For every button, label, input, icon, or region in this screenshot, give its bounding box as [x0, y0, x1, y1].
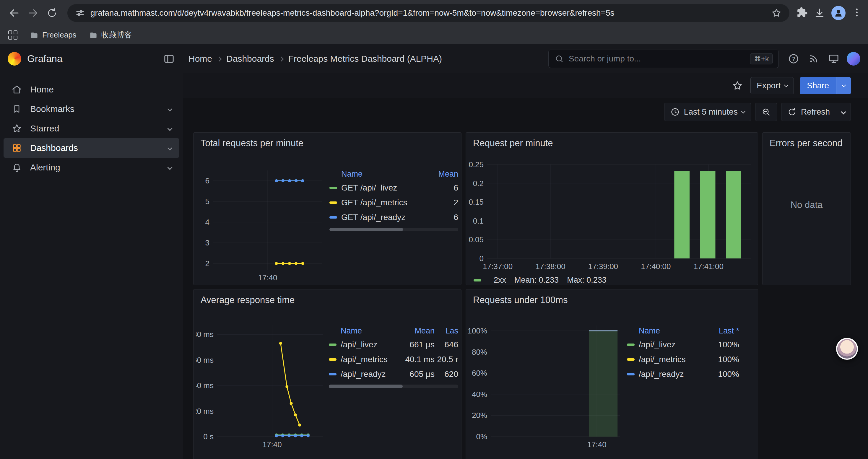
legend-col-name[interactable]: Name	[330, 169, 429, 179]
search-input[interactable]	[569, 54, 745, 64]
reload-button[interactable]	[44, 5, 60, 21]
browser-toolbar: grafana.mathmast.com/d/deytv4rwavabkb/fr…	[0, 0, 868, 26]
legend-table: Name Mean Las /api/_livez 661 µs 646 /ap…	[329, 324, 458, 388]
panel-title[interactable]: Errors per second	[763, 133, 850, 149]
downloads-icon[interactable]	[814, 7, 826, 19]
legend-col-last[interactable]: Last *	[707, 326, 739, 335]
sidebar-item-dashboards[interactable]: Dashboards	[4, 138, 179, 158]
svg-text:17:40: 17:40	[587, 440, 607, 449]
svg-text:100%: 100%	[468, 326, 487, 335]
series-name[interactable]: 2xx	[494, 275, 506, 285]
extensions-icon[interactable]	[797, 7, 808, 19]
svg-text:0 s: 0 s	[203, 432, 214, 441]
breadcrumb-current[interactable]: Freeleaps Metrics Dashboard (ALPHA)	[288, 54, 442, 64]
legend-row[interactable]: GET /api/_metrics 2	[330, 195, 458, 210]
browser-menu-icon[interactable]	[851, 7, 862, 19]
url-bar[interactable]: grafana.mathmast.com/d/deytv4rwavabkb/fr…	[67, 4, 789, 22]
search-box[interactable]: ⌘+k	[548, 50, 779, 68]
panel-request-per-minute[interactable]: Request per minute 0.250.20.150.10.05017…	[466, 132, 758, 285]
apps-grid-icon[interactable]	[8, 30, 18, 40]
grafana-logo[interactable]	[8, 52, 21, 66]
panel-title[interactable]: Total requests per minute	[193, 133, 461, 149]
chevron-down-icon[interactable]	[167, 126, 173, 131]
series-name: /api/_metrics	[639, 355, 707, 364]
time-range-picker[interactable]: Last 5 minutes	[664, 103, 751, 121]
svg-text:17:39:00: 17:39:00	[588, 262, 618, 271]
floating-assistant-avatar[interactable]	[836, 338, 858, 360]
legend-row[interactable]: /api/_readyz 100%	[627, 367, 739, 382]
bookmark-star-icon[interactable]	[771, 8, 782, 18]
no-data-message: No data	[763, 200, 850, 210]
legend-row[interactable]: GET /api/_readyz 6	[330, 210, 458, 225]
series-last: 100%	[707, 369, 739, 379]
sidebar-item-starred[interactable]: Starred	[4, 119, 179, 138]
refresh-button[interactable]: Refresh	[781, 103, 851, 121]
share-menu-caret[interactable]	[836, 77, 851, 94]
panel-requests-under-100ms[interactable]: Requests under 100ms 100%80%60%40%20%0%1…	[466, 289, 758, 459]
collapse-sidebar-icon[interactable]	[163, 53, 175, 65]
panel-average-response-time[interactable]: Average response time 80 ms60 ms40 ms20 …	[193, 289, 462, 459]
legend-table: Name Last * /api/_livez 100% /api/_metri…	[627, 324, 739, 382]
series-mean: 6	[429, 213, 458, 222]
sidebar-item-bookmarks[interactable]: Bookmarks	[4, 99, 179, 119]
grafana-brand: Grafana	[27, 53, 62, 64]
legend-col-last[interactable]: Las	[435, 326, 458, 335]
scrollbar-thumb[interactable]	[330, 228, 403, 231]
legend-scrollbar[interactable]	[329, 385, 458, 388]
series-name: /api/_readyz	[341, 369, 396, 379]
legend-scrollbar[interactable]	[330, 228, 458, 231]
news-rss-icon[interactable]	[807, 52, 821, 66]
export-button[interactable]: Export	[750, 77, 794, 94]
avg-response-chart: 80 ms60 ms40 ms20 ms0 s17:40	[196, 317, 325, 455]
svg-text:17:37:00: 17:37:00	[483, 262, 513, 271]
share-button[interactable]: Share	[800, 77, 851, 94]
series-name: /api/_readyz	[639, 369, 707, 379]
forward-button[interactable]	[25, 5, 41, 21]
share-label: Share	[800, 77, 836, 94]
panel-title[interactable]: Average response time	[193, 290, 461, 305]
legend-col-name[interactable]: Name	[627, 326, 707, 335]
panel-errors-per-second[interactable]: Errors per second No data	[762, 132, 851, 285]
svg-text:5: 5	[205, 197, 210, 206]
legend-row[interactable]: /api/_metrics 100%	[627, 352, 739, 367]
breadcrumb-home[interactable]: Home	[188, 54, 212, 64]
url-text[interactable]: grafana.mathmast.com/d/deytv4rwavabkb/fr…	[90, 8, 766, 18]
sidebar-item-label: Home	[30, 85, 54, 95]
favorite-star-icon[interactable]	[730, 78, 745, 93]
scrollbar-thumb[interactable]	[329, 385, 403, 388]
profile-avatar[interactable]	[831, 6, 845, 20]
panel-title[interactable]: Requests under 100ms	[466, 290, 758, 305]
series-max: Max: 0.233	[567, 275, 607, 285]
svg-text:17:38:00: 17:38:00	[535, 262, 565, 271]
legend-row[interactable]: /api/_livez 100%	[627, 337, 739, 352]
help-icon[interactable]: ?	[786, 52, 801, 66]
chevron-down-icon[interactable]	[167, 145, 173, 151]
legend-row[interactable]: GET /api/_livez 6	[330, 181, 458, 195]
bookmark-folder-freeleaps[interactable]: Freeleaps	[25, 29, 81, 41]
bookmark-folder-blogs[interactable]: 收藏博客	[84, 28, 137, 42]
clock-icon	[670, 107, 680, 117]
bookmark-label: 收藏博客	[101, 30, 132, 40]
sidebar-item-alerting[interactable]: Alerting	[4, 158, 179, 177]
chevron-down-icon[interactable]	[167, 107, 173, 112]
grafana-header: Grafana Home Dashboards Freeleaps Metric…	[0, 44, 868, 73]
legend-col-mean[interactable]: Mean	[396, 326, 435, 335]
chevron-down-icon[interactable]	[167, 165, 173, 170]
user-avatar[interactable]	[847, 52, 860, 66]
panel-total-requests-per-minute[interactable]: Total requests per minute 6543217:40 Nam…	[193, 132, 462, 285]
legend-row[interactable]: /api/_metrics 40.1 ms 20.5 r	[329, 352, 458, 367]
legend-row[interactable]: /api/_readyz 605 µs 620	[329, 367, 458, 382]
zoom-out-button[interactable]	[755, 103, 777, 121]
legend-col-mean[interactable]: Mean	[429, 169, 458, 179]
refresh-interval-caret[interactable]	[836, 103, 850, 121]
svg-text:40 ms: 40 ms	[196, 381, 214, 390]
legend-row[interactable]: /api/_livez 661 µs 646	[329, 337, 458, 352]
panel-title[interactable]: Request per minute	[466, 133, 758, 149]
breadcrumb-dashboards[interactable]: Dashboards	[226, 54, 274, 64]
site-settings-icon[interactable]	[75, 8, 85, 18]
series-last: 100%	[707, 340, 739, 350]
sidebar-item-home[interactable]: Home	[4, 80, 179, 99]
kiosk-monitor-icon[interactable]	[827, 52, 841, 66]
back-button[interactable]	[6, 5, 23, 21]
legend-col-name[interactable]: Name	[329, 326, 396, 335]
